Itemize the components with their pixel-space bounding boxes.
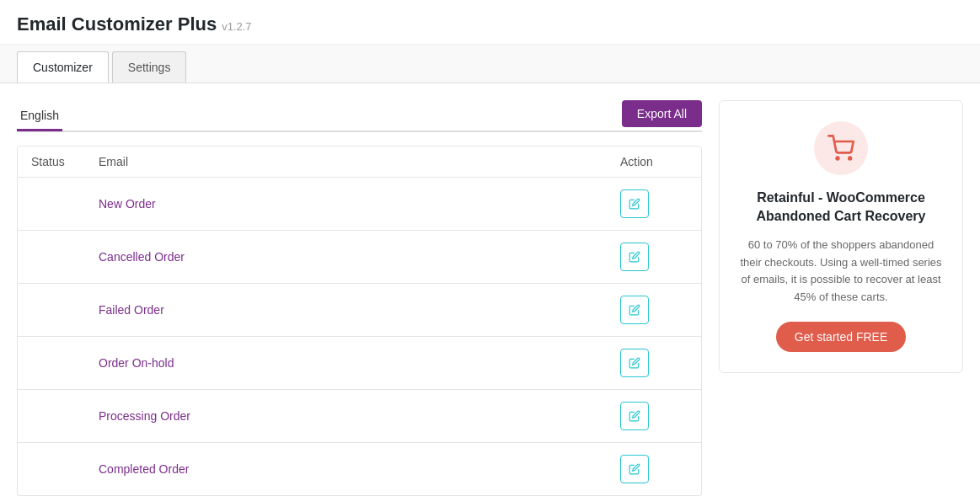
edit-button-processing-order[interactable] [620, 402, 649, 430]
lang-tab-bar: English Export All [17, 100, 702, 132]
page-title: Email Customizer Plusv1.2.7 [17, 13, 252, 35]
edit-button-order-onhold[interactable] [620, 349, 649, 377]
get-started-button[interactable]: Get started FREE [776, 322, 906, 352]
pencil-icon [629, 410, 640, 422]
edit-button-cancelled-order[interactable] [620, 243, 649, 271]
table-row: Completed Order [17, 443, 702, 496]
edit-button-completed-order[interactable] [620, 455, 649, 483]
pencil-icon [629, 357, 640, 369]
svg-point-1 [849, 157, 851, 160]
email-name-failed-order[interactable]: Failed Order [99, 303, 620, 317]
page-header: Email Customizer Plusv1.2.7 [0, 0, 980, 45]
pencil-icon [629, 304, 640, 316]
pencil-icon [629, 463, 640, 475]
promo-title: Retainful - WooCommerce Abandoned Cart R… [736, 189, 945, 227]
promo-description: 60 to 70% of the shoppers abandoned thei… [736, 237, 945, 307]
lang-tab-english[interactable]: English [17, 102, 62, 131]
header-status: Status [31, 155, 99, 168]
edit-button-failed-order[interactable] [620, 296, 649, 324]
header-email: Email [99, 155, 620, 168]
pencil-icon [629, 198, 640, 210]
edit-button-new-order[interactable] [620, 189, 649, 218]
email-name-processing-order[interactable]: Processing Order [99, 409, 620, 423]
table-row: Failed Order [17, 284, 702, 337]
main-tabs: Customizer Settings [0, 45, 980, 83]
content-area: English Export All Status Email Action N… [0, 83, 980, 496]
table-row: Order On-hold [17, 337, 702, 390]
table-row: Cancelled Order [17, 231, 702, 284]
email-name-new-order[interactable]: New Order [99, 197, 620, 211]
pencil-icon [629, 251, 640, 263]
left-panel: English Export All Status Email Action N… [17, 100, 702, 496]
table-row: Processing Order [17, 390, 702, 443]
email-name-completed-order[interactable]: Completed Order [99, 462, 620, 476]
cart-icon [814, 121, 868, 175]
tab-customizer[interactable]: Customizer [17, 51, 109, 83]
email-name-cancelled-order[interactable]: Cancelled Order [99, 250, 620, 264]
title-text: Email Customizer Plus [17, 13, 217, 35]
promo-panel: Retainful - WooCommerce Abandoned Cart R… [719, 100, 963, 373]
email-name-order-onhold[interactable]: Order On-hold [99, 356, 620, 370]
export-all-button[interactable]: Export All [622, 100, 702, 127]
header-action: Action [620, 155, 688, 168]
table-header: Status Email Action [17, 146, 702, 178]
version-text: v1.2.7 [222, 20, 251, 33]
shopping-cart-icon [827, 135, 854, 162]
svg-point-0 [837, 157, 839, 160]
tab-settings[interactable]: Settings [112, 51, 187, 83]
table-row: New Order [17, 178, 702, 231]
